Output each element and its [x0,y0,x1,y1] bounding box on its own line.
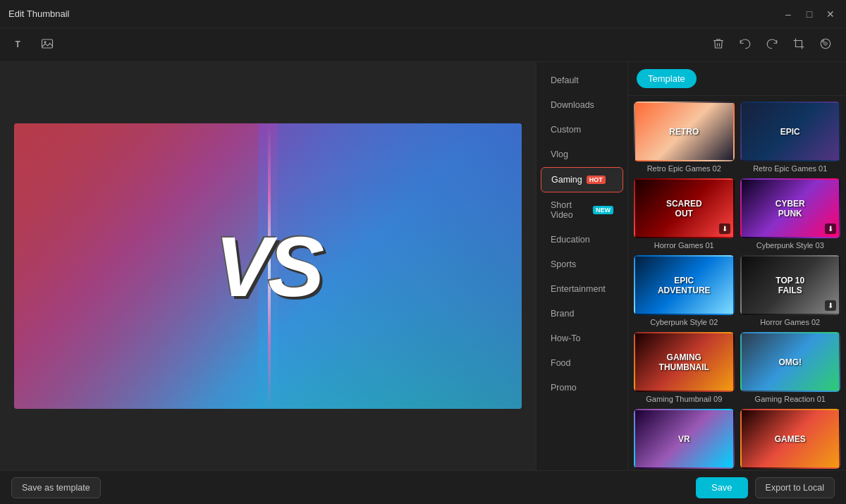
sidebar-item-how-to[interactable]: How-To [541,326,623,350]
badge-hot: HOT [587,176,606,184]
smart-cutout-icon[interactable] [816,35,835,56]
sidebar-item-education[interactable]: Education [541,228,623,252]
sidebar-item-custom[interactable]: Custom [541,118,623,142]
template-label-horror-01: Horror Games 01 [634,241,735,250]
template-label-gaming-reaction: Gaming Reaction 01 [740,395,841,403]
export-button[interactable]: Export to Local [755,477,835,498]
sidebar-item-downloads[interactable]: Downloads [541,93,623,117]
template-thumb-gaming-03: GAMES [740,409,841,469]
template-thumb-text: OMG! [778,357,802,367]
sidebar-item-label: Gaming [551,175,582,185]
template-item-horror-01[interactable]: SCARED OUT⬇Horror Games 01 [634,178,735,250]
svg-point-4 [822,39,824,42]
template-item-cyberpunk-03[interactable]: CYBER PUNK⬇Cyberpunk Style 03 [740,178,841,250]
template-thumb-text: EPIC ADVENTURE [658,276,711,295]
template-thumb-horror-01: SCARED OUT⬇ [634,178,735,238]
template-thumb-gaming-09: GAMING THUMBNAIL [634,332,735,392]
window-controls: – □ ✕ [781,8,838,20]
download-badge: ⬇ [719,223,730,234]
sidebar-item-promo[interactable]: Promo [541,376,623,400]
template-item-gaming-reaction[interactable]: OMG!Gaming Reaction 01 [740,332,841,403]
template-thumb-text: SCARED OUT [666,199,702,219]
template-header: Template [628,62,846,96]
template-thumb-text: TOP 10 FAILS [776,276,804,295]
sidebar-item-brand[interactable]: Brand [541,302,623,326]
template-thumb-horror-02: TOP 10 FAILS⬇ [740,255,841,315]
badge-new: NEW [593,206,613,214]
template-item-gaming-09[interactable]: GAMING THUMBNAILGaming Thumbnail 09 [634,332,735,403]
maximize-button[interactable]: □ [802,8,816,20]
template-grid: RETRORetro Epic Games 02EPICRetro Epic G… [628,96,846,470]
sidebar-item-vlog[interactable]: Vlog [541,142,623,166]
text-icon[interactable]: T [11,35,30,56]
sidebar-item-label: Entertainment [551,284,606,294]
sidebar-item-entertainment[interactable]: Entertainment [541,277,623,301]
close-button[interactable]: ✕ [823,8,838,20]
template-thumb-gaming-reaction: OMG! [740,332,841,392]
crop-icon[interactable] [790,35,808,56]
template-label-retro-epic-01: Retro Epic Games 01 [740,164,841,173]
sidebar-item-label: Vlog [551,149,568,159]
svg-rect-1 [42,39,53,48]
template-thumb-cyberpunk-03: CYBER PUNK⬇ [740,178,841,238]
template-item-horror-02[interactable]: TOP 10 FAILS⬇Horror Games 02 [740,255,841,326]
sidebar-item-food[interactable]: Food [541,351,623,375]
template-thumb-text: RETRO [669,127,699,137]
canvas-image[interactable]: VS [14,123,522,409]
image-icon[interactable] [38,35,56,56]
redo-icon[interactable] [763,35,781,56]
template-label-retro-epic-02: Retro Epic Games 02 [634,164,735,173]
template-label-gaming-09: Gaming Thumbnail 09 [634,395,735,403]
canvas-area: VS [0,62,536,470]
template-thumb-text: CYBER PUNK [776,199,805,219]
canvas-vs-text: VS [215,218,321,315]
template-thumb-text: GAMES [775,434,806,444]
save-template-button[interactable]: Save as template [11,477,101,498]
template-item-gaming-02[interactable]: VRGaming 02 [634,409,735,470]
sidebar-item-default[interactable]: Default [541,68,623,92]
bottom-bar: Save as template Save Export to Local [0,470,846,504]
template-label-cyberpunk-03: Cyberpunk Style 03 [740,241,841,250]
template-thumb-text: VR [678,434,690,444]
download-badge: ⬇ [825,300,836,311]
template-thumb-cyberpunk-02: EPIC ADVENTURE [634,255,735,315]
sidebar-item-label: Brand [551,309,574,319]
right-panel: DefaultDownloadsCustomVlogGamingHOTShort… [536,62,846,470]
main-content: VS DefaultDownloadsCustomVlogGamingHOTSh… [0,62,846,470]
toolbar: T [0,28,846,62]
template-item-cyberpunk-02[interactable]: EPIC ADVENTURECyberpunk Style 02 [634,255,735,326]
template-label-horror-02: Horror Games 02 [740,318,841,326]
sidebar-item-label: Food [551,358,571,368]
category-sidebar: DefaultDownloadsCustomVlogGamingHOTShort… [537,62,628,470]
template-item-retro-epic-01[interactable]: EPICRetro Epic Games 01 [740,102,841,173]
bottom-right: Save Export to Local [696,477,835,498]
save-button[interactable]: Save [696,477,748,498]
download-badge: ⬇ [825,223,836,234]
minimize-button[interactable]: – [781,8,795,20]
template-item-retro-epic-02[interactable]: RETRORetro Epic Games 02 [634,102,735,173]
sidebar-item-label: Short Video [551,200,589,220]
svg-point-2 [44,41,47,43]
template-tab[interactable]: Template [637,69,697,88]
sidebar-item-label: Downloads [551,100,594,110]
template-panel: Template RETRORetro Epic Games 02EPICRet… [628,62,846,470]
sidebar-item-label: Promo [551,383,577,393]
sidebar-item-label: Sports [551,259,576,269]
undo-icon[interactable] [736,35,754,56]
sidebar-item-label: Default [551,75,579,85]
template-item-gaming-03[interactable]: GAMESGaming 03 [740,409,841,470]
sidebar-item-sports[interactable]: Sports [541,252,623,276]
title-bar: Edit Thumbnail – □ ✕ [0,0,846,28]
template-thumb-gaming-02: VR [634,409,735,469]
sidebar-item-label: How-To [551,333,580,343]
sidebar-item-short-video[interactable]: Short VideoNEW [541,193,623,227]
template-thumb-text: GAMING THUMBNAIL [659,352,709,372]
template-thumb-text: EPIC [780,127,800,137]
delete-icon[interactable] [709,35,728,56]
sidebar-item-label: Custom [551,125,581,135]
svg-text:T: T [16,39,21,49]
sidebar-item-gaming[interactable]: GamingHOT [541,167,623,192]
template-label-cyberpunk-02: Cyberpunk Style 02 [634,318,735,326]
window-title: Edit Thumbnail [8,8,69,19]
template-thumb-retro-epic-02: RETRO [634,102,735,161]
